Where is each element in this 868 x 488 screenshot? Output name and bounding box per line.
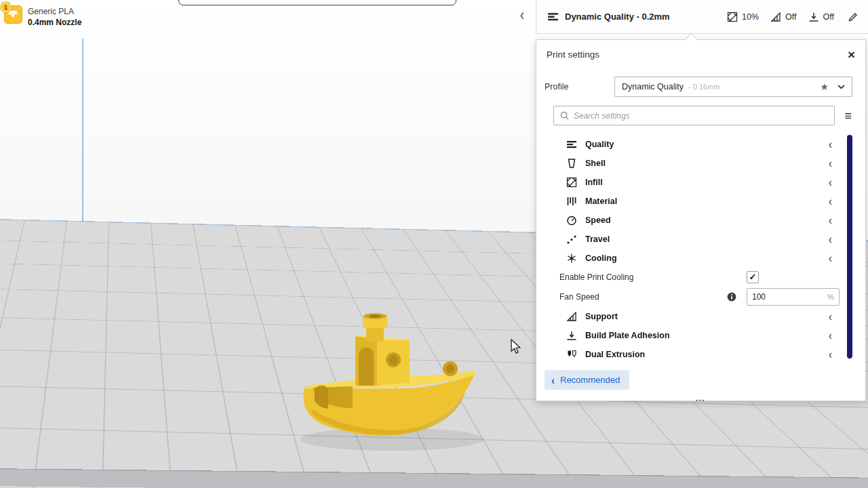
- profile-detail: - 0.16mm: [688, 83, 719, 91]
- panel-title: Print settings: [547, 49, 599, 60]
- profile-dropdown[interactable]: Dynamic Quality - 0.16mm ★: [614, 77, 852, 97]
- settings-category-speed[interactable]: Speed ‹: [536, 211, 846, 230]
- cooling-icon: [566, 253, 577, 264]
- profile-summary-button[interactable]: Dynamic Quality - 0.2mm: [547, 11, 670, 22]
- cura-window: 1 Generic PLA 0.4mm Nozzle ‹ Dynamic Qua…: [0, 0, 868, 488]
- infill-icon: [727, 12, 738, 22]
- fan-speed-input[interactable]: [747, 292, 827, 302]
- adhesion-summary-chip[interactable]: Off: [805, 9, 837, 25]
- settings-visibility-menu-icon[interactable]: ≡: [844, 110, 852, 122]
- enable-print-cooling-checkbox[interactable]: ✓: [747, 271, 759, 283]
- settings-category-support[interactable]: Support ‹: [536, 307, 846, 326]
- support-summary-chip[interactable]: Off: [767, 9, 800, 25]
- material-icon: [566, 196, 577, 207]
- settings-category-travel[interactable]: Travel ‹: [536, 230, 846, 249]
- quality-icon: [566, 139, 577, 150]
- support-icon: [566, 311, 577, 322]
- chevron-left-icon: ‹: [551, 373, 555, 387]
- settings-category-build-plate-adhesion[interactable]: Build Plate Adhesion ‹: [536, 326, 846, 345]
- print-settings-summary-bar: Dynamic Quality - 0.2mm 10% Off: [536, 0, 868, 34]
- info-icon[interactable]: [727, 292, 736, 302]
- settings-category-list: Quality ‹ Shell ‹ Infill ‹: [536, 135, 846, 364]
- chevron-collapsed-icon[interactable]: ‹: [829, 137, 832, 150]
- infill-value: 10%: [742, 12, 759, 22]
- settings-category-cooling[interactable]: Cooling ‹: [536, 249, 846, 268]
- material-name: Generic PLA: [28, 7, 81, 16]
- fan-speed-unit: %: [827, 293, 839, 301]
- material-color-swatch: 1: [4, 5, 22, 24]
- chevron-collapsed-icon[interactable]: ‹: [829, 309, 832, 323]
- layer-height-icon: [547, 11, 559, 22]
- infill-icon: [566, 177, 577, 188]
- profile-value: Dynamic Quality: [622, 82, 684, 92]
- speed-icon: [566, 215, 577, 226]
- stage-menu-remnant[interactable]: [178, 0, 456, 5]
- pencil-icon: [848, 12, 859, 22]
- star-icon[interactable]: ★: [820, 81, 829, 92]
- search-input[interactable]: [574, 111, 829, 121]
- print-settings-panel: Print settings × Profile Dynamic Quality…: [536, 39, 866, 401]
- chevron-collapsed-icon[interactable]: ‹: [829, 175, 832, 188]
- chevron-collapsed-icon[interactable]: ‹: [829, 328, 832, 342]
- profile-label: Profile: [545, 82, 614, 92]
- extruder-number-badge: 1: [1, 2, 11, 12]
- dual-extrusion-icon: [566, 349, 577, 360]
- infill-summary-chip[interactable]: 10%: [724, 9, 762, 25]
- settings-category-shell[interactable]: Shell ‹: [536, 154, 846, 173]
- adhesion-icon: [566, 330, 577, 341]
- close-icon[interactable]: ×: [848, 48, 855, 61]
- chevron-collapsed-icon[interactable]: ‹: [829, 251, 832, 264]
- benchy-model[interactable]: [290, 306, 484, 455]
- nozzle-size: 0.4mm Nozzle: [28, 18, 81, 27]
- extruder-material-selector[interactable]: 1 Generic PLA 0.4mm Nozzle: [4, 5, 81, 27]
- setting-enable-print-cooling: Enable Print Cooling ✓: [536, 268, 846, 287]
- build-volume-edge: [82, 39, 83, 222]
- chevron-collapsed-icon[interactable]: ‹: [829, 232, 832, 245]
- support-icon: [770, 12, 781, 22]
- support-value: Off: [785, 12, 796, 22]
- panel-resize-handle[interactable]: …: [684, 392, 717, 403]
- chevron-collapsed-icon[interactable]: ‹: [829, 194, 832, 207]
- shell-icon: [566, 158, 577, 169]
- settings-category-dual-extrusion[interactable]: Dual Extrusion ‹: [536, 345, 846, 364]
- chevron-down-icon[interactable]: [837, 84, 845, 89]
- mouse-cursor: [511, 339, 523, 355]
- adhesion-icon: [808, 12, 819, 22]
- chevron-collapsed-icon[interactable]: ‹: [829, 156, 832, 169]
- recommended-mode-button[interactable]: ‹ Recommended: [545, 370, 629, 390]
- setting-fan-speed: Fan Speed %: [536, 287, 846, 307]
- edit-settings-button[interactable]: [848, 12, 859, 22]
- settings-category-material[interactable]: Material ‹: [536, 192, 846, 211]
- adhesion-value: Off: [823, 12, 834, 22]
- settings-category-quality[interactable]: Quality ‹: [536, 135, 846, 154]
- fan-speed-field: %: [747, 288, 840, 306]
- chevron-collapsed-icon[interactable]: ‹: [829, 347, 832, 361]
- collapse-panel-chevron-icon[interactable]: ‹: [514, 6, 530, 28]
- travel-icon: [566, 234, 577, 245]
- settings-category-infill[interactable]: Infill ‹: [536, 173, 846, 192]
- settings-scrollbar-thumb[interactable]: [847, 135, 852, 359]
- chevron-collapsed-icon[interactable]: ‹: [829, 213, 832, 226]
- search-settings-box[interactable]: [553, 106, 835, 125]
- profile-summary-text: Dynamic Quality - 0.2mm: [565, 12, 670, 22]
- search-icon: [559, 110, 570, 121]
